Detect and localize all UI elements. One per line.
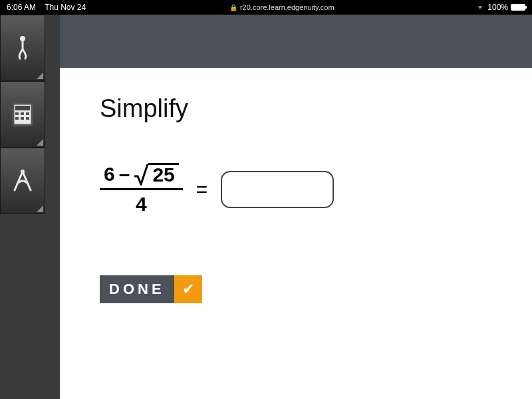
status-time-date: 6:06 AM Thu Nov 24 bbox=[7, 3, 86, 12]
minus-sign: – bbox=[119, 163, 130, 186]
calculator-icon bbox=[9, 101, 36, 128]
fraction: 6 – 25 4 bbox=[100, 163, 183, 215]
svg-rect-8 bbox=[26, 117, 29, 120]
tool-clip[interactable] bbox=[0, 15, 45, 81]
svg-point-0 bbox=[20, 36, 25, 41]
content-header bbox=[60, 15, 532, 68]
numerator-left: 6 bbox=[104, 163, 115, 186]
clip-icon bbox=[9, 35, 36, 61]
done-label: DONE bbox=[100, 275, 174, 303]
denominator: 4 bbox=[136, 190, 147, 215]
radicand: 25 bbox=[148, 163, 178, 185]
svg-rect-6 bbox=[15, 117, 19, 120]
corner-icon bbox=[37, 72, 43, 79]
tool-strip bbox=[0, 15, 45, 214]
compass-icon bbox=[9, 168, 36, 194]
status-url-wrap: 🔒 r20.core.learn.edgenuity.com bbox=[86, 3, 477, 11]
wifi-icon: ᯤ bbox=[477, 3, 485, 11]
svg-rect-2 bbox=[15, 106, 30, 110]
tool-calculator[interactable] bbox=[0, 81, 45, 148]
status-right: ᯤ 100% bbox=[477, 3, 525, 12]
answer-input[interactable] bbox=[221, 171, 334, 208]
corner-icon bbox=[37, 205, 43, 212]
done-button[interactable]: DONE ✔ bbox=[100, 275, 202, 303]
tool-compass[interactable] bbox=[0, 148, 45, 214]
svg-rect-5 bbox=[26, 112, 29, 115]
svg-rect-3 bbox=[15, 112, 19, 115]
corner-icon bbox=[37, 139, 43, 146]
numerator: 6 – 25 bbox=[100, 163, 183, 188]
battery-icon bbox=[511, 4, 525, 11]
svg-rect-4 bbox=[21, 112, 24, 115]
status-time: 6:06 AM bbox=[7, 3, 36, 12]
page-title: Simplify bbox=[100, 94, 492, 123]
svg-rect-7 bbox=[21, 117, 24, 120]
content-wrap: Simplify 6 – 25 4 = bbox=[60, 15, 532, 399]
check-icon: ✔ bbox=[174, 275, 202, 303]
status-date: Thu Nov 24 bbox=[45, 3, 86, 12]
math-expression: 6 – 25 4 = bbox=[100, 163, 492, 215]
svg-point-9 bbox=[21, 170, 25, 174]
equals-sign: = bbox=[196, 178, 208, 201]
content-body: Simplify 6 – 25 4 = bbox=[60, 68, 532, 399]
status-bar: 6:06 AM Thu Nov 24 🔒 r20.core.learn.edge… bbox=[0, 0, 532, 15]
status-url: r20.core.learn.edgenuity.com bbox=[240, 3, 334, 11]
square-root: 25 bbox=[134, 163, 178, 186]
radical-icon bbox=[134, 163, 148, 186]
battery-percent: 100% bbox=[487, 3, 508, 12]
lock-icon: 🔒 bbox=[229, 4, 237, 11]
